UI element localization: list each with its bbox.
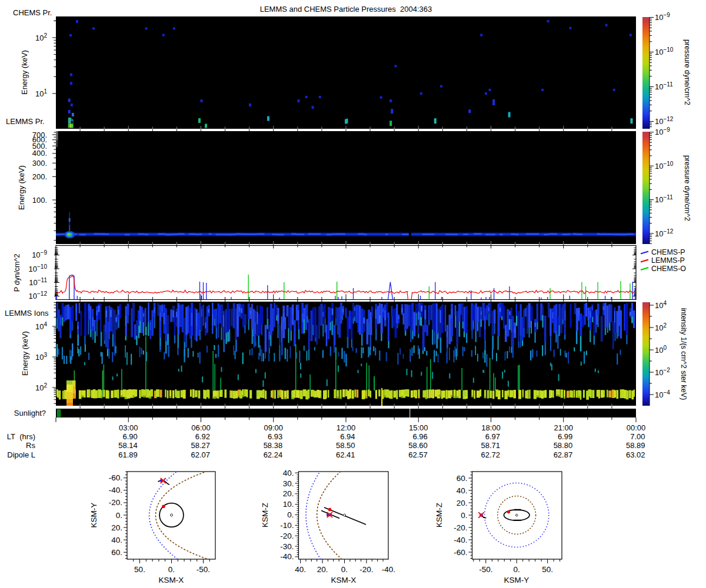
svg-text:KSM-Z: KSM-Z [261,503,269,527]
svg-text:40.: 40. [283,469,294,477]
svg-text:0.: 0. [341,565,348,574]
svg-text:7.00: 7.00 [630,432,645,441]
svg-text:62.87: 62.87 [554,450,573,459]
svg-text:30.: 30. [283,479,294,488]
svg-text:18:00: 18:00 [481,423,501,432]
svg-text:Energy (keV): Energy (keV) [21,331,29,376]
svg-text:12:00: 12:00 [337,423,356,432]
svg-text:Dipole L: Dipole L [7,450,35,459]
svg-text:60.: 60. [111,548,122,557]
svg-text:-40.: -40. [454,536,467,544]
svg-text:-10.: -10. [280,521,294,530]
svg-text:62.72: 62.72 [481,450,500,459]
svg-text:-20.: -20. [454,523,467,532]
svg-text:20.: 20. [111,523,122,532]
svg-text:0.: 0. [514,565,520,574]
svg-text:KSM-Z: KSM-Z [435,503,444,527]
svg-text:58.14: 58.14 [118,441,138,450]
svg-text:58.50: 58.50 [336,441,355,450]
svg-text:intensity 1/(s cm^2 ster keV): intensity 1/(s cm^2 ster keV) [680,308,688,400]
svg-text:-20.: -20. [109,498,122,507]
svg-text:03:00: 03:00 [119,423,138,432]
svg-text:-50.: -50. [479,565,492,574]
svg-text:6.97: 6.97 [485,432,500,441]
svg-text:62.24: 62.24 [264,450,283,459]
svg-text:62.41: 62.41 [336,450,355,459]
svg-text:Rs: Rs [26,441,35,450]
svg-text:20.: 20. [283,489,294,498]
svg-text:-20.: -20. [359,565,373,574]
svg-text:200.: 200. [32,172,47,181]
svg-text:-60.: -60. [109,473,122,482]
svg-text:21:00: 21:00 [554,423,574,432]
svg-text:58.38: 58.38 [264,441,283,450]
svg-text:-40.: -40. [382,565,395,574]
svg-text:6.90: 6.90 [122,432,137,441]
svg-text:40.: 40. [457,486,468,495]
svg-text:100.: 100. [32,196,47,205]
svg-text:KSM-X: KSM-X [159,576,184,584]
svg-text:0.: 0. [287,510,294,519]
svg-text:Energy (keV): Energy (keV) [20,50,29,95]
svg-text:-20.: -20. [280,532,294,540]
svg-text:CHEMS Pr.: CHEMS Pr. [13,8,52,17]
svg-text:LEMMS and CHEMS Particle Press: LEMMS and CHEMS Particle Pressures 2004:… [260,5,432,14]
svg-text:P dyn/cm^2: P dyn/cm^2 [13,254,21,292]
svg-text:-50.: -50. [197,565,210,574]
svg-text:pressure dyne/cm^2: pressure dyne/cm^2 [683,39,691,105]
svg-text:06:00: 06:00 [191,423,211,432]
svg-text:15:00: 15:00 [409,423,428,432]
svg-text:KSM-Y: KSM-Y [89,503,98,528]
svg-text:00:00: 00:00 [627,423,646,432]
svg-text:Sunlight?: Sunlight? [14,409,46,417]
svg-text:KSM-X: KSM-X [331,576,357,584]
svg-text:20.: 20. [317,565,328,574]
svg-text:6.96: 6.96 [412,432,427,441]
svg-text:40.: 40. [111,536,122,544]
svg-text:63.02: 63.02 [626,450,645,459]
svg-text:400.: 400. [32,149,47,158]
svg-text:-60.: -60. [454,548,467,557]
svg-text:LEMMS-P: LEMMS-P [651,256,685,265]
svg-text:40.: 40. [295,565,306,574]
svg-text:KSM-Y: KSM-Y [504,576,530,584]
svg-text:6.94: 6.94 [340,432,355,441]
svg-text:50.: 50. [134,565,145,574]
svg-text:-40.: -40. [280,552,294,561]
svg-text:60.: 60. [457,474,468,483]
svg-text:LEMMS Pr.: LEMMS Pr. [6,117,45,126]
svg-text:58.80: 58.80 [554,441,573,450]
svg-text:LEMMS Ions: LEMMS Ions [5,309,49,318]
svg-text:6.99: 6.99 [558,432,572,441]
svg-text:-30.: -30. [280,542,294,551]
svg-text:50.: 50. [542,565,553,574]
svg-text:6.92: 6.92 [195,432,210,441]
svg-text:58.71: 58.71 [481,441,500,450]
svg-text:10.: 10. [283,500,294,509]
svg-text:58.27: 58.27 [191,441,210,450]
svg-text:61.89: 61.89 [118,450,138,459]
svg-text:62.07: 62.07 [191,450,210,459]
svg-text:0.: 0. [116,511,122,520]
svg-text:CHEMS-O: CHEMS-O [651,265,686,273]
svg-text:09:00: 09:00 [264,423,284,432]
svg-text:LT (hrs): LT (hrs) [7,432,35,441]
svg-text:pressure dyne/cm^2: pressure dyne/cm^2 [683,155,691,221]
svg-text:0.: 0. [461,511,467,520]
svg-text:58.89: 58.89 [626,441,645,450]
svg-text:0.: 0. [168,565,175,574]
svg-text:20.: 20. [457,499,468,507]
svg-text:6.93: 6.93 [268,432,282,441]
svg-text:Energy (keV): Energy (keV) [17,165,26,210]
svg-text:CHEMS-P: CHEMS-P [651,248,685,256]
svg-text:300.: 300. [32,159,47,168]
svg-text:-40.: -40. [109,486,122,495]
svg-text:58.60: 58.60 [408,441,428,450]
svg-text:62.57: 62.57 [408,450,428,459]
